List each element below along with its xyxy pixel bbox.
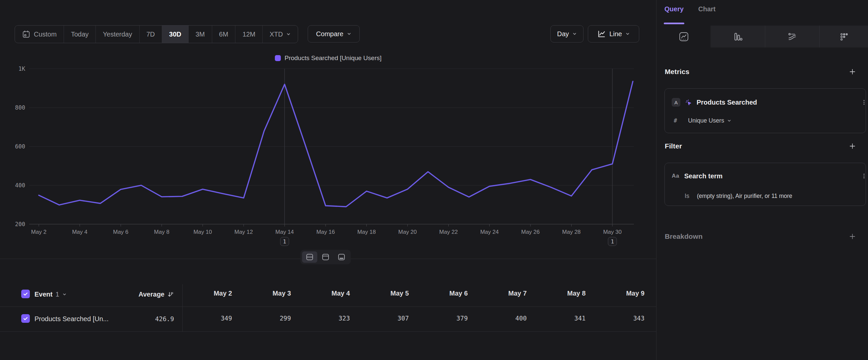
x-axis-label: May 8 [154,229,169,235]
cursor-click-icon [685,99,692,106]
filter-card[interactable]: Aa Search term Is (empty string), Air pu… [664,163,866,206]
x-axis-label: May 30 [603,229,622,235]
date-range-12m[interactable]: 12M [235,26,262,43]
x-axis-label: May 12 [235,229,253,235]
breakdown-section-header: Breakdown [665,230,860,243]
chart-type-button[interactable]: Line [588,25,639,43]
date-range-6m[interactable]: 6M [212,26,236,43]
retention-dots-icon [838,31,849,42]
line-chart-icon [597,30,606,38]
metric-name: Products Searched [696,99,757,106]
layout-split-icon [306,253,314,261]
results-table: Event 1 Average May 2May 3May 4May 5May … [0,282,656,335]
average-column-header[interactable]: Average [138,289,174,299]
date-column-header: May 5 [352,289,409,297]
date-range-label: Yesterday [103,31,132,38]
layout-bottom-button[interactable] [334,251,349,263]
tab-query[interactable]: Query [664,5,684,13]
date-range-label: 30D [169,31,181,38]
insights-line-chart-icon [678,31,689,42]
filter-heading: Filter [665,142,682,150]
x-axis-label: May 2 [31,229,46,235]
metrics-heading: Metrics [665,68,689,76]
filter-section-header: Filter [665,139,860,153]
date-range-label: XTD [270,31,283,38]
filter-condition[interactable]: Is (empty string), Air purifier, or 11 m… [665,191,868,201]
compare-label: Compare [316,30,343,38]
x-axis-label: May 22 [439,229,458,235]
event-header-dropdown[interactable]: Event 1 [34,289,67,299]
series-line[interactable] [39,81,633,206]
report-tab-insights[interactable] [657,26,711,48]
date-range-today[interactable]: Today [64,26,95,43]
query-panel: Query Chart Metrics A Products Searched [657,0,868,360]
granularity-label: Day [557,30,569,38]
granularity-button[interactable]: Day [550,25,584,43]
date-range-custom[interactable]: Custom [15,26,64,43]
chevron-down-icon [347,32,351,36]
date-range-label: 6M [219,31,228,38]
row-checkbox[interactable] [21,314,30,323]
x-axis-label: May 14 [276,229,294,235]
tab-chart[interactable]: Chart [698,5,715,13]
layout-top-icon [321,253,330,261]
add-metric-button[interactable] [847,67,858,77]
date-range-3m[interactable]: 3M [188,26,212,43]
y-axis-label: 200 [15,221,25,227]
metrics-section-header: Metrics [665,65,860,78]
funnels-bars-icon [733,31,743,42]
layout-top-button[interactable] [318,251,333,263]
date-range-7d[interactable]: 7D [139,26,162,43]
event-count: 1 [55,290,59,298]
date-cell-value: 343 [588,314,645,322]
date-column-header: May 7 [470,289,527,297]
row-average-value: 426.9 [155,314,174,324]
date-range-label: 7D [147,31,155,38]
x-axis-label: May 10 [193,229,212,235]
average-label: Average [138,290,164,298]
chevron-down-icon [286,32,291,36]
table-bottom-divider [0,331,656,332]
check-icon [23,291,29,297]
layout-split-button[interactable] [302,251,317,263]
select-all-checkbox[interactable] [21,289,30,298]
date-range-yesterday[interactable]: Yesterday [95,26,139,43]
kebab-menu-icon[interactable] [861,173,867,179]
y-axis-label: 400 [15,182,25,189]
date-range-label: Today [71,31,89,38]
x-axis-label: May 24 [480,229,499,235]
x-axis-label: May 20 [398,229,417,235]
date-range-xtd[interactable]: XTD [262,26,298,43]
y-axis-label: 1K [19,65,26,72]
add-filter-button[interactable] [847,141,858,151]
report-tab-flows[interactable] [765,26,819,48]
date-range-label: 3M [196,31,205,38]
row-event-name: Products Searched [Un... [34,314,108,324]
date-column-header: May 8 [529,289,586,297]
date-range-30d[interactable]: 30D [162,26,188,43]
date-range-group: CustomTodayYesterday7D30D3M6M12MXTD [14,25,298,43]
main-area: CustomTodayYesterday7D30D3M6M12MXTD Comp… [0,0,656,360]
report-tab-retention[interactable] [819,26,868,48]
metric-card[interactable]: A Products Searched # Unique Users [664,88,866,133]
report-tab-funnels[interactable] [711,26,765,48]
date-range-label: Custom [34,31,57,38]
date-range-label: 12M [242,31,255,38]
active-tab-indicator [664,23,684,24]
metric-aggregation[interactable]: # Unique Users [665,116,868,125]
kebab-menu-icon[interactable] [861,99,867,106]
y-axis-label: 600 [15,143,25,150]
compare-button[interactable]: Compare [308,25,360,43]
layout-switcher [300,250,351,265]
date-cell-value: 323 [293,314,350,322]
event-header-label: Event [34,290,52,298]
date-cell-value: 341 [529,314,586,322]
flows-icon [787,31,798,42]
x-axis-label: May 28 [562,229,581,235]
y-axis-label: 800 [15,104,25,111]
aggregation-symbol: # [674,117,677,124]
date-column-header: May 9 [588,289,645,297]
add-breakdown-button[interactable] [847,231,858,242]
line-chart[interactable]: 1K800600400200May 2May 4May 6May 8May 10… [0,47,656,252]
annotation-badge-label: 1 [283,239,286,245]
